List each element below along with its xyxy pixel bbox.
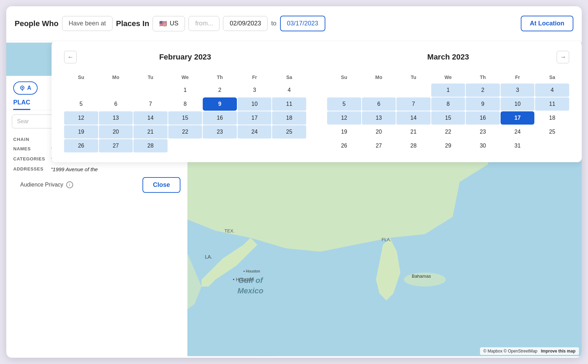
calendar-day-cell[interactable]: 18: [535, 111, 569, 125]
calendar-day-cell[interactable]: 26: [327, 139, 361, 152]
to-date-chip[interactable]: 03/17/2023: [280, 16, 325, 31]
close-button[interactable]: Close: [142, 177, 180, 193]
march-title: March 2023: [427, 53, 469, 62]
country-chip[interactable]: 🇺🇸 US: [153, 16, 185, 31]
at-location-button[interactable]: At Location: [521, 16, 573, 31]
calendar-day-cell[interactable]: 18: [272, 111, 306, 125]
calendar-day-cell[interactable]: 3: [238, 84, 272, 97]
from-chip[interactable]: from...: [188, 16, 219, 31]
improve-map-link[interactable]: Improve this map: [541, 349, 575, 354]
calendar-day-cell: [327, 84, 361, 97]
addresses-label: ADDRESSES: [13, 166, 48, 172]
calendar-day-cell[interactable]: 9: [466, 97, 500, 111]
calendar-day-cell[interactable]: 24: [501, 125, 535, 139]
map-copyright: © Mapbox © OpenStreetMap Improve this ma…: [480, 347, 579, 355]
svg-text:Mexico: Mexico: [238, 286, 264, 295]
have-been-at-chip[interactable]: Have been at: [62, 16, 113, 31]
at-location-tag[interactable]: A: [13, 81, 38, 95]
svg-point-18: [22, 87, 23, 88]
calendar-day-cell[interactable]: 8: [168, 97, 202, 111]
calendar-day-cell[interactable]: 16: [466, 111, 500, 125]
svg-text:LA.: LA.: [205, 254, 212, 260]
day-header: We: [431, 72, 465, 83]
day-header: Su: [64, 72, 98, 83]
calendar-day-cell[interactable]: 13: [362, 111, 396, 125]
calendar-day-cell[interactable]: 15: [431, 111, 465, 125]
calendar-day-cell[interactable]: 29: [431, 139, 465, 152]
day-header: Tu: [396, 72, 431, 83]
calendar-day-cell[interactable]: 12: [64, 111, 98, 125]
prev-month-button[interactable]: ←: [64, 51, 77, 63]
day-header: Su: [327, 72, 361, 83]
calendar-day-cell[interactable]: 3: [501, 84, 535, 97]
calendar-day-cell[interactable]: 28: [133, 139, 168, 152]
february-title: February 2023: [159, 53, 211, 62]
calendar-day-cell[interactable]: 8: [431, 97, 465, 111]
calendar-day-cell[interactable]: 7: [133, 97, 168, 111]
from-date-chip[interactable]: 02/09/2023: [223, 16, 268, 31]
calendar-day-cell[interactable]: 17: [501, 111, 535, 125]
calendar-day-cell[interactable]: 5: [327, 97, 361, 111]
places-in-label: Places In: [116, 19, 149, 28]
calendar-day-cell[interactable]: 5: [64, 97, 98, 111]
calendar-day-cell[interactable]: 19: [64, 125, 98, 139]
calendar-day-cell[interactable]: 1: [168, 84, 202, 97]
calendar-day-cell: [64, 84, 98, 97]
calendar-day-cell[interactable]: 22: [168, 125, 202, 139]
calendar-day-cell[interactable]: 20: [362, 125, 396, 139]
calendar-day-cell[interactable]: 23: [203, 125, 237, 139]
calendar-day-cell[interactable]: 4: [272, 84, 306, 97]
calendar-day-cell[interactable]: 10: [238, 97, 272, 111]
calendar-day-cell[interactable]: 12: [327, 111, 361, 125]
calendar-day-cell[interactable]: 30: [466, 139, 500, 152]
calendar-day-cell: [362, 84, 396, 97]
day-header: Mo: [99, 72, 133, 83]
calendar-day-cell[interactable]: 2: [466, 84, 500, 97]
day-header: Th: [466, 72, 500, 83]
calendar-day-cell[interactable]: 31: [501, 139, 535, 152]
addresses-value: "1999 Avenue of the: [51, 166, 98, 172]
february-calendar: ← February 2023 SuMoTuWeThFrSa1234567891…: [64, 51, 306, 152]
day-header: Tu: [133, 72, 168, 83]
calendar-day-cell[interactable]: 6: [362, 97, 396, 111]
calendar-day-cell[interactable]: 9: [203, 97, 237, 111]
calendar-day-cell[interactable]: 21: [133, 125, 168, 139]
calendar-day-cell[interactable]: 21: [396, 125, 431, 139]
calendar-day-cell[interactable]: 4: [535, 84, 569, 97]
calendar-day-cell[interactable]: 17: [238, 111, 272, 125]
calendar-day-cell[interactable]: 16: [203, 111, 237, 125]
day-header: Sa: [535, 72, 569, 83]
calendar-day-cell[interactable]: 7: [396, 97, 431, 111]
calendar-day-cell[interactable]: 15: [168, 111, 202, 125]
next-month-button[interactable]: →: [557, 51, 569, 63]
calendar-day-cell[interactable]: 24: [238, 125, 272, 139]
march-grid: SuMoTuWeThFrSa12345678910111213141516171…: [327, 72, 569, 152]
calendar-day-cell[interactable]: 25: [535, 125, 569, 139]
calendar-day-cell[interactable]: 28: [396, 139, 431, 152]
calendar-day-cell[interactable]: 11: [535, 97, 569, 111]
calendar-day-cell[interactable]: 10: [501, 97, 535, 111]
calendar-day-cell[interactable]: 27: [99, 139, 133, 152]
calendar-day-cell[interactable]: 19: [327, 125, 361, 139]
calendar-day-cell[interactable]: 2: [203, 84, 237, 97]
categories-label: CATEGORIES: [13, 156, 48, 162]
day-header: Sa: [272, 72, 306, 83]
calendar-day-cell[interactable]: 14: [396, 111, 431, 125]
calendar-day-cell[interactable]: 23: [466, 125, 500, 139]
calendar-day-cell[interactable]: 25: [272, 125, 306, 139]
calendar-day-cell[interactable]: 27: [362, 139, 396, 152]
calendar-day-cell[interactable]: 1: [431, 84, 465, 97]
calendar-day-cell[interactable]: 6: [99, 97, 133, 111]
day-header: Fr: [501, 72, 535, 83]
calendar-day-cell[interactable]: 26: [64, 139, 98, 152]
calendar-overlay: ← February 2023 SuMoTuWeThFrSa1234567891…: [52, 41, 582, 162]
calendar-day-cell[interactable]: 11: [272, 97, 306, 111]
calendar-day-cell[interactable]: 13: [99, 111, 133, 125]
top-bar: People Who Have been at Places In 🇺🇸 US …: [6, 6, 582, 41]
places-tab[interactable]: PLAC: [13, 99, 30, 110]
country-label: US: [170, 20, 178, 27]
calendar-day-cell[interactable]: 22: [431, 125, 465, 139]
calendar-day-cell: [133, 84, 168, 97]
calendar-day-cell[interactable]: 14: [133, 111, 168, 125]
calendar-day-cell[interactable]: 20: [99, 125, 133, 139]
